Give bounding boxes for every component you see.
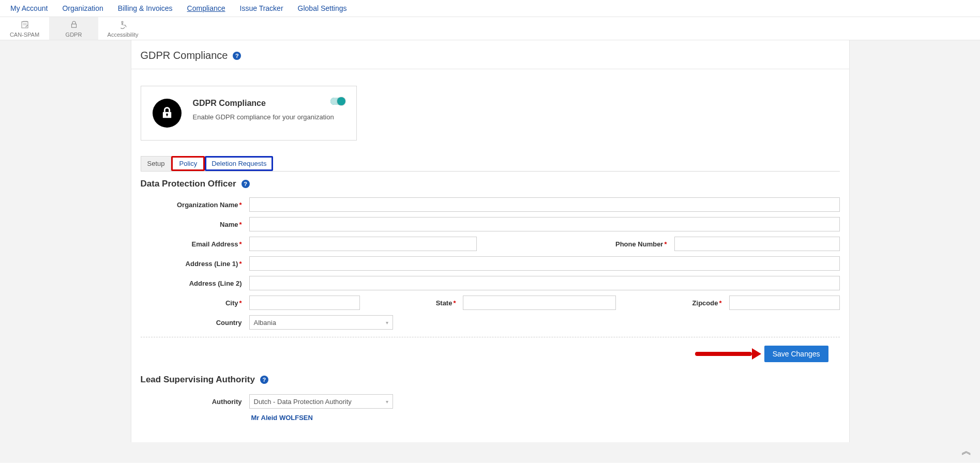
nav-billing[interactable]: Billing & Invoices — [118, 4, 173, 12]
dpo-heading: Data Protection Officer — [141, 179, 236, 189]
zip-input[interactable] — [729, 296, 840, 310]
top-nav: My Account Organization Billing & Invoic… — [0, 0, 980, 17]
page-title-row: GDPR Compliance ? — [131, 50, 849, 69]
label-addr2: Address (Line 2) — [141, 279, 242, 287]
inner-tabs: Setup Policy Deletion Requests — [141, 156, 840, 172]
svg-rect-7 — [167, 114, 168, 116]
help-icon[interactable]: ? — [260, 376, 268, 384]
svg-rect-3 — [71, 24, 76, 28]
form-icon — [20, 20, 30, 29]
org-name-input[interactable] — [249, 197, 840, 212]
supervising-heading-row: Lead Supervising Authority ? — [141, 375, 840, 385]
label-city: City* — [141, 299, 242, 307]
subtab-bar: CAN-SPAM GDPR Accessibility — [0, 17, 980, 40]
help-icon[interactable]: ? — [233, 52, 241, 60]
label-org-name: Organization Name* — [141, 201, 242, 209]
nav-compliance[interactable]: Compliance — [187, 4, 225, 12]
annotation-arrow — [695, 349, 761, 359]
supervising-section: Lead Supervising Authority ? Authority D… — [131, 367, 849, 422]
page-background: GDPR Compliance ? GDPR Compliance Enable… — [0, 40, 980, 463]
label-country: Country — [141, 319, 242, 327]
accessibility-icon — [118, 20, 128, 29]
nav-organization[interactable]: Organization — [62, 4, 103, 12]
card-title: GDPR Compliance — [193, 99, 334, 108]
svg-point-4 — [122, 21, 123, 23]
nav-issue-tracker[interactable]: Issue Tracker — [240, 4, 283, 12]
nav-my-account[interactable]: My Account — [10, 4, 48, 12]
authority-contact-name: Mr Aleid WOLFSEN — [141, 414, 840, 422]
subtab-label: Accessibility — [98, 32, 147, 38]
country-select[interactable]: Albania ▾ — [249, 315, 393, 330]
save-row: Save Changes — [131, 337, 849, 367]
label-authority: Authority — [141, 398, 242, 406]
subtab-gdpr[interactable]: GDPR — [49, 17, 98, 40]
dpo-section: Data Protection Officer ? Organization N… — [131, 172, 849, 330]
country-value: Albania — [254, 319, 276, 327]
page-container: GDPR Compliance ? GDPR Compliance Enable… — [131, 40, 850, 442]
label-addr1: Address (Line 1)* — [141, 260, 242, 268]
label-email: Email Address* — [141, 240, 242, 248]
lock-icon — [69, 20, 79, 29]
name-input[interactable] — [249, 217, 840, 231]
city-input[interactable] — [249, 296, 360, 310]
label-name: Name* — [141, 221, 242, 228]
supervising-heading: Lead Supervising Authority — [141, 375, 255, 385]
label-state: State* — [436, 299, 456, 307]
subtab-can-spam[interactable]: CAN-SPAM — [0, 17, 49, 40]
email-input[interactable] — [249, 237, 477, 251]
nav-global-settings[interactable]: Global Settings — [298, 4, 347, 12]
subtab-label: GDPR — [49, 32, 98, 38]
card-desc: Enable GDPR compliance for your organiza… — [193, 113, 334, 121]
help-icon[interactable]: ? — [242, 180, 250, 188]
subtab-label: CAN-SPAM — [0, 32, 49, 38]
page-title: GDPR Compliance — [141, 50, 228, 61]
lock-circle-icon — [153, 99, 182, 128]
tab-deletion-requests[interactable]: Deletion Requests — [205, 156, 273, 171]
save-changes-button[interactable]: Save Changes — [764, 346, 828, 362]
chevron-down-icon: ▾ — [386, 399, 388, 405]
addr2-input[interactable] — [249, 276, 840, 290]
dpo-heading-row: Data Protection Officer ? — [141, 179, 840, 189]
label-phone: Phone Number* — [615, 240, 667, 248]
label-zip: Zipcode* — [692, 299, 722, 307]
state-input[interactable] — [463, 296, 616, 310]
scroll-to-top-icon[interactable]: ︽ — [961, 444, 972, 458]
authority-select[interactable]: Dutch - Data Protection Authority ▾ — [249, 394, 393, 409]
chevron-down-icon: ▾ — [386, 320, 388, 325]
authority-value: Dutch - Data Protection Authority — [254, 398, 352, 406]
tab-setup[interactable]: Setup — [141, 156, 172, 171]
subtab-accessibility[interactable]: Accessibility — [98, 17, 147, 40]
gdpr-toggle-card: GDPR Compliance Enable GDPR compliance f… — [141, 86, 357, 141]
tab-policy[interactable]: Policy — [171, 156, 205, 171]
addr1-input[interactable] — [249, 256, 840, 271]
gdpr-toggle[interactable] — [330, 98, 345, 105]
phone-input[interactable] — [674, 237, 840, 251]
